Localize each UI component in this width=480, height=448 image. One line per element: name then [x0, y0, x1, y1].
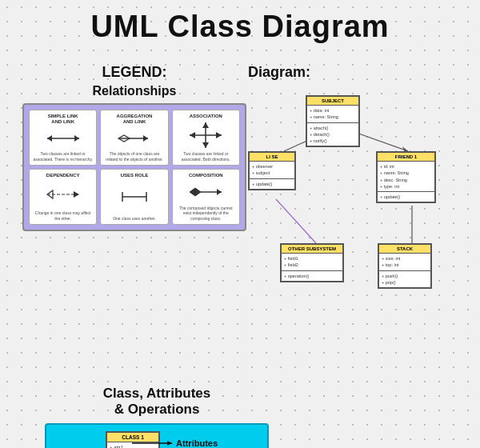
svg-marker-2: [47, 135, 52, 142]
uml-box-attrs: + data: int + name: String: [307, 106, 358, 123]
class-attributes-heading: Class, Attributes & Operations: [45, 386, 269, 418]
svg-line-26: [352, 131, 408, 151]
diagram-area: SUBJECT + data: int + name: String + att…: [248, 87, 464, 423]
uml-box-ops: + operation(): [282, 271, 342, 281]
uses-role-icon: [104, 178, 164, 215]
aggregation-icon: [104, 125, 164, 151]
legend-cell-desc: The composed objects cannot exist indepe…: [176, 206, 236, 222]
page-title: UML Class Diagram: [0, 0, 480, 44]
svg-marker-8: [202, 122, 209, 128]
legend-cell-title: ASSOCIATION: [190, 114, 222, 119]
diagram-title: Diagram:: [248, 64, 464, 81]
uml-box-ops: + update(): [250, 179, 294, 189]
uml-box-name: OTHER SUBSYSTEM: [282, 245, 342, 254]
svg-marker-1: [74, 135, 79, 142]
uml-box-ops: + push() + pop(): [379, 271, 430, 288]
dependency-icon: [33, 178, 93, 210]
uml-box-attrs: + size: int + top: int: [379, 254, 430, 271]
uml-box-subject: SUBJECT + data: int + name: String + att…: [306, 95, 360, 147]
svg-marker-13: [74, 191, 79, 198]
class-section: Class, Attributes & Operations Class CLA…: [45, 386, 269, 448]
composition-icon: [176, 178, 236, 205]
right-panel: Diagram: SUBJECT + data: int + name: Str…: [248, 64, 464, 432]
legend-cell-association: ASSOCIATION Two classes are linked or as…: [172, 110, 240, 166]
legend-cell-title: DEPENDENCY: [46, 173, 80, 178]
uml-box-ops: + attach() + detach() + notify(): [307, 123, 358, 146]
legend-cell-aggregation: AGGREGATION AND LINK The objects of one …: [100, 110, 168, 166]
legend-cell-simple-link: SIMPLE LINK AND LINK Two classes are lin…: [29, 110, 97, 166]
legend-cell-desc: Two classes are linked or associated. Th…: [33, 151, 93, 162]
uml-box-attrs: + observer + subject: [250, 162, 294, 179]
legend-cell-title: USES ROLE: [121, 173, 149, 178]
left-panel: LEGEND: Relationships SIMPLE LINK AND LI…: [22, 64, 246, 231]
legend-heading: LEGEND:: [22, 64, 246, 81]
attributes-annotation: Attributes: [132, 438, 218, 448]
uml-box-attrs: + id: int + name: String + desc: String …: [378, 162, 434, 192]
mini-class-diagram: CLASS 1 + attr1 + attr2 + attr3 + method…: [106, 431, 160, 448]
legend-subheading: Relationships: [22, 84, 246, 98]
legend-cell-desc: The objects of one class are related to …: [104, 151, 164, 162]
legend-cell-desc: One class uses another.: [113, 216, 156, 222]
legend-cell-desc: Change in one class may affect the other…: [33, 210, 93, 221]
legend-cell-desc: Two classes are linked or associated. Bo…: [176, 151, 236, 162]
svg-marker-10: [190, 132, 195, 138]
svg-line-28: [276, 199, 316, 243]
uml-box-friend1: FRIEND 1 + id: int + name: String + desc…: [376, 151, 436, 203]
legend-cell-uses-role: USES ROLE One class uses another.: [100, 169, 168, 225]
simple-link-icon: [33, 125, 93, 151]
uml-box-li-se: LI SE + observer + subject + update(): [248, 151, 296, 190]
legend-box: SIMPLE LINK AND LINK Two classes are lin…: [22, 103, 246, 231]
uml-box-name: FRIEND 1: [378, 153, 434, 162]
association-icon: [176, 119, 236, 151]
svg-marker-11: [216, 132, 222, 138]
legend-cell-composition: COMPOSITION The composed objects cannot …: [172, 169, 240, 225]
svg-marker-20: [217, 189, 222, 195]
uml-box-ops: + update(): [378, 192, 434, 202]
uml-box-other-subsystem: OTHER SUBSYSTEM + field1 + field2 + oper…: [280, 243, 344, 282]
uml-box-attrs: + field1 + field2: [282, 254, 342, 271]
legend-cell-title: AGGREGATION AND LINK: [117, 114, 153, 125]
svg-marker-9: [202, 142, 209, 148]
class-box: Class CLASS 1 + attr1 + attr2 + attr3 + …: [45, 423, 269, 448]
uml-box-name: LI SE: [250, 153, 294, 162]
uml-box-stack: STACK + size: int + top: int + push() + …: [378, 243, 432, 289]
legend-cell-dependency: DEPENDENCY Change in one class may affec…: [29, 169, 97, 225]
legend-cell-title: COMPOSITION: [189, 173, 223, 178]
svg-marker-19: [190, 188, 201, 196]
legend-cell-title: SIMPLE LINK AND LINK: [48, 114, 78, 125]
svg-marker-22: [167, 441, 172, 446]
uml-box-name: STACK: [379, 245, 430, 254]
uml-box-name: SUBJECT: [307, 97, 358, 106]
svg-marker-5: [143, 135, 148, 142]
attributes-label: Attributes: [176, 438, 218, 448]
